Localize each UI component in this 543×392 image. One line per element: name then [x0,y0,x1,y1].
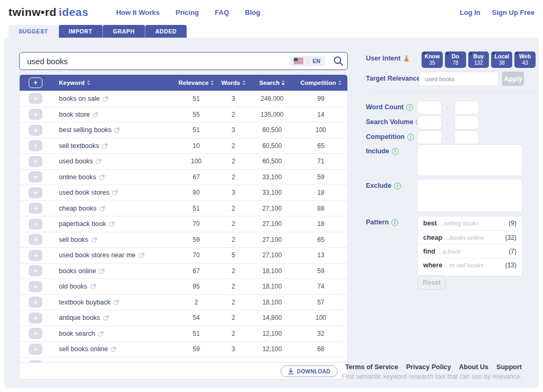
search-input[interactable] [20,57,289,66]
keyword-link[interactable]: antique books [59,314,109,321]
column-keyword[interactable]: Keyword [51,80,176,86]
nav-link[interactable]: Pricing [176,8,199,16]
add-keyword-button[interactable]: + [29,234,42,245]
footer-link[interactable]: Support [496,363,522,371]
competition-value: 57 [294,299,347,306]
competition-min-input[interactable] [417,130,442,144]
keyword-link[interactable]: used books [59,158,101,165]
info-icon[interactable]: i [394,182,401,189]
add-keyword-button[interactable]: + [29,312,42,324]
footer-link[interactable]: About Us [459,363,489,371]
sort-keyword-icon[interactable] [87,80,90,85]
keyword-link[interactable]: books online [59,267,104,275]
table-row: + used books 100 2 60,500 71 [20,153,347,169]
keyword-link[interactable]: used book stores [59,189,118,196]
intent-corner-dot [446,53,449,55]
add-keyword-button[interactable]: + [29,297,42,308]
reset-button[interactable]: Reset [418,275,445,290]
keyword-link[interactable]: book search [59,330,103,337]
intent-filter-button[interactable]: Do 78 [445,51,466,68]
intent-count: 38 [499,60,505,66]
sort-competition-icon[interactable] [338,80,341,85]
keyword-link[interactable]: sell textbooks [59,142,108,150]
login-link[interactable]: Log In [460,8,480,16]
keyword-link[interactable]: cheap books [59,205,105,212]
target-relevance-input[interactable] [419,72,499,86]
tab-suggest[interactable]: SUGGEST [8,25,59,38]
column-search[interactable]: Search [250,80,294,86]
add-keyword-button[interactable]: + [29,265,42,276]
external-link-icon [113,300,119,305]
intent-filter-button[interactable]: Know 35 [422,51,443,68]
apply-button[interactable]: Apply [502,72,524,86]
keyword-link[interactable]: old books [59,283,96,290]
keyword-link[interactable]: textbook buyback [59,299,119,306]
add-keyword-button[interactable]: + [29,219,42,230]
info-icon[interactable]: i [391,219,398,226]
competition-value: 13 [294,251,347,259]
keyword-link[interactable]: used book stores near me [59,251,144,259]
exclude-textarea[interactable] [417,179,522,212]
words-value: 3 [217,189,250,196]
pattern-item[interactable]: where ...to sell books (13) [418,258,522,272]
competition-value: 99 [294,95,347,102]
intent-filter-button[interactable]: Buy 132 [468,51,489,68]
column-competition[interactable]: Competition [294,80,347,86]
keyword-link[interactable]: sell books online [59,345,116,353]
add-all-button[interactable]: + [29,77,42,88]
search-volume-max-input[interactable] [454,116,479,129]
pattern-item[interactable]: best ...selling books (9) [418,216,522,230]
footer-link[interactable]: Terms of Service [345,363,398,371]
info-icon[interactable]: i [406,104,413,111]
search-volume-min-input[interactable] [417,116,442,129]
word-count-label: Word Counti [366,103,413,111]
keyword-link[interactable]: online books [59,173,104,181]
add-keyword-button[interactable]: + [29,187,42,198]
column-words[interactable]: Words [217,80,250,86]
signup-link[interactable]: Sign Up Free [492,8,535,16]
keyword-link[interactable]: book store [59,111,98,118]
add-keyword-button[interactable]: + [29,156,42,167]
nav-link[interactable]: Blog [245,8,260,16]
nav-link[interactable]: FAQ [215,8,229,16]
sort-search-icon[interactable] [282,80,285,85]
word-count-min-input[interactable] [417,101,442,115]
keyword-link[interactable]: sell books [59,236,97,243]
intent-count: 35 [429,60,435,66]
add-keyword-button[interactable]: + [29,328,42,339]
add-keyword-button[interactable]: + [29,281,42,292]
sort-relevance-icon[interactable] [211,80,214,85]
info-icon[interactable]: i [392,148,399,155]
add-keyword-button[interactable]: + [29,250,42,261]
tab-added[interactable]: ADDED [145,25,187,38]
keyword-link[interactable]: books on sale [59,95,108,102]
nav-link[interactable]: How It Works [116,8,160,16]
keyword-link[interactable]: paperback book [59,220,115,228]
add-keyword-button[interactable]: + [29,93,42,104]
column-relevance[interactable]: Relevance [176,80,217,86]
tab-graph[interactable]: GRAPH [103,25,145,38]
pattern-item[interactable]: cheap ...books online (32) [418,230,522,244]
add-keyword-button[interactable]: + [29,171,42,182]
add-keyword-button[interactable]: + [29,203,42,214]
keyword-link[interactable]: best selling books [59,126,120,134]
pattern-item[interactable]: find ...a book (7) [418,244,522,258]
language-selector[interactable]: EN [289,56,325,66]
search-button[interactable] [329,53,347,69]
word-count-max-input[interactable] [454,101,479,115]
keyword-search-box: EN [19,52,348,70]
add-keyword-button[interactable]: + [29,140,42,151]
info-icon[interactable]: i [407,134,414,141]
intent-filter-button[interactable]: Local 38 [491,51,512,68]
include-textarea[interactable] [417,144,522,176]
competition-max-input[interactable] [454,130,479,144]
footer-link[interactable]: Privacy Policy [406,363,451,371]
add-keyword-button[interactable]: + [29,344,42,355]
tab-import[interactable]: IMPORT [59,25,103,38]
add-keyword-button[interactable]: + [29,125,42,136]
intent-filter-button[interactable]: Web 43 [514,51,536,68]
sort-words-icon[interactable] [242,80,246,85]
search-icon [333,56,344,66]
brand-logo[interactable]: twinw•rdideas [8,6,89,19]
add-keyword-button[interactable]: + [29,109,42,120]
